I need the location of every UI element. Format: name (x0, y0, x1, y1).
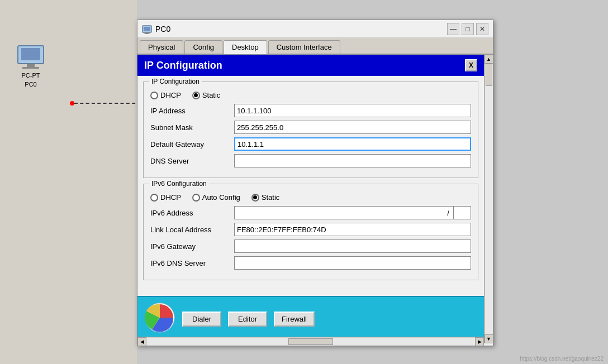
ipv6-address-input-group: / (234, 206, 471, 219)
ip-address-input[interactable] (234, 104, 471, 117)
ipv6-address-row: IPv6 Address / (150, 206, 471, 219)
ipv6-static-circle (251, 194, 259, 202)
pc-type-label: PC-PT (22, 72, 40, 79)
dhcp-label: DHCP (160, 91, 181, 99)
ip-config-title: IP Configuration (144, 60, 222, 71)
svg-rect-7 (144, 33, 150, 34)
ip-config-close-button[interactable]: X (465, 59, 477, 71)
dhcp-radio-circle (150, 92, 158, 99)
scroll-up-button[interactable]: ▲ (484, 55, 493, 64)
static-label: Static (202, 91, 221, 99)
static-radio[interactable]: Static (192, 91, 221, 99)
subnet-mask-label: Subnet Mask (150, 123, 234, 132)
default-gateway-label: Default Gateway (150, 140, 234, 149)
ipv4-section-label: IP Configuration (149, 78, 202, 85)
ipv6-dns-label: IPv6 DNS Server (150, 259, 234, 267)
ipv6-dhcp-radio[interactable]: DHCP (150, 193, 181, 202)
hscroll-thumb[interactable] (288, 338, 333, 345)
static-radio-circle (192, 92, 200, 99)
ipv6-auto-circle (192, 194, 200, 202)
ipv6-static-label: Static (262, 193, 280, 202)
svg-rect-3 (22, 67, 39, 69)
dns-server-label: DNS Server (150, 157, 234, 165)
ipv6-auto-label: Auto Config (202, 193, 240, 202)
watermark: https://blog.csdn.net/gaoquinez22 (520, 356, 604, 362)
dns-server-input[interactable] (234, 154, 471, 167)
main-window: PC0 — □ ✕ Physical Config Desktop Custom… (137, 20, 493, 346)
ipv6-dns-row: IPv6 DNS Server (150, 256, 471, 270)
editor-btn[interactable]: Editor (228, 312, 267, 327)
ipv6-dhcp-label: DHCP (160, 193, 181, 202)
pc-monitor-icon (17, 45, 45, 70)
link-local-row: Link Local Address (150, 223, 471, 236)
ipv6-mode-row: DHCP Auto Config Static (150, 193, 471, 202)
title-bar-left: PC0 (142, 24, 170, 34)
link-local-input[interactable] (234, 223, 471, 236)
ip-address-label: IP Address (150, 107, 234, 115)
link-local-label: Link Local Address (150, 226, 234, 234)
window-icon (142, 24, 152, 34)
hscroll-right-button[interactable]: ▶ (475, 337, 484, 346)
scroll-track[interactable] (485, 64, 493, 334)
ip-address-row: IP Address (150, 104, 471, 117)
tab-custom-interface[interactable]: Custom Interface (268, 40, 340, 54)
pc-name-label: PC0 (25, 81, 36, 88)
dhcp-radio[interactable]: DHCP (150, 91, 181, 99)
maximize-button[interactable]: □ (462, 23, 474, 35)
title-bar: PC0 — □ ✕ (137, 20, 493, 38)
default-gateway-input[interactable] (234, 137, 471, 151)
tab-bar: Physical Config Desktop Custom Interface (137, 38, 493, 55)
firewall-btn[interactable]: Firewall (274, 312, 315, 327)
pie-chart-icon (144, 302, 175, 333)
svg-rect-2 (27, 64, 35, 67)
tab-config[interactable]: Config (184, 40, 222, 54)
pc-device: PC-PT PC0 (17, 45, 45, 88)
ipv6-gateway-input[interactable] (234, 240, 471, 253)
ip-config-header: IP Configuration X (137, 55, 484, 76)
ipv6-dns-input[interactable] (234, 256, 471, 270)
ipv6-static-radio[interactable]: Static (251, 193, 280, 202)
ipv6-section: IPv6 Configuration DHCP Auto Config S (143, 184, 478, 280)
svg-rect-1 (21, 48, 40, 60)
main-content: IP Configuration X IP Configuration DHCP… (137, 55, 484, 343)
ipv6-address-label: IPv6 Address (150, 209, 234, 217)
default-gateway-row: Default Gateway (150, 137, 471, 151)
window-title: PC0 (155, 25, 170, 33)
tab-physical[interactable]: Physical (140, 40, 183, 54)
content-area: IP Configuration X IP Configuration DHCP… (137, 55, 493, 343)
network-diagram: PC-PT PC0 (0, 0, 137, 364)
ipv6-gateway-label: IPv6 Gateway (150, 242, 234, 251)
horizontal-scrollbar: ◀ ▶ (137, 337, 484, 346)
ipv6-dhcp-circle (150, 194, 158, 202)
dns-server-row: DNS Server (150, 154, 471, 167)
subnet-mask-input[interactable] (234, 121, 471, 134)
svg-rect-6 (145, 32, 149, 33)
connection-dot (70, 101, 74, 106)
scroll-down-button[interactable]: ▼ (484, 334, 493, 343)
scroll-thumb[interactable] (486, 64, 492, 86)
hscroll-left-button[interactable]: ◀ (137, 337, 146, 346)
spacer (137, 285, 484, 296)
ipv6-slash-separator: / (443, 206, 453, 219)
close-button[interactable]: ✕ (476, 23, 488, 35)
dialer-btn[interactable]: Dialer (182, 312, 221, 327)
ip-config-panel: IP Configuration X IP Configuration DHCP… (137, 55, 484, 296)
ipv4-mode-row: DHCP Static (150, 91, 471, 99)
svg-rect-5 (144, 27, 150, 31)
ipv6-auto-radio[interactable]: Auto Config (192, 193, 240, 202)
desktop-bottom-bar: Dialer Editor Firewall (137, 296, 484, 338)
ipv6-prefix-input[interactable] (453, 206, 471, 219)
ipv6-gateway-row: IPv6 Gateway (150, 240, 471, 253)
tab-desktop[interactable]: Desktop (224, 40, 267, 54)
ipv6-section-label: IPv6 Configuration (149, 180, 209, 188)
subnet-mask-row: Subnet Mask (150, 121, 471, 134)
title-controls: — □ ✕ (447, 23, 488, 35)
vertical-scrollbar: ▲ ▼ (484, 55, 493, 343)
ipv4-section: IP Configuration DHCP Static IP Address (143, 82, 478, 178)
ipv6-address-input[interactable] (234, 206, 443, 219)
minimize-button[interactable]: — (447, 23, 459, 35)
hscroll-track[interactable] (146, 338, 475, 346)
